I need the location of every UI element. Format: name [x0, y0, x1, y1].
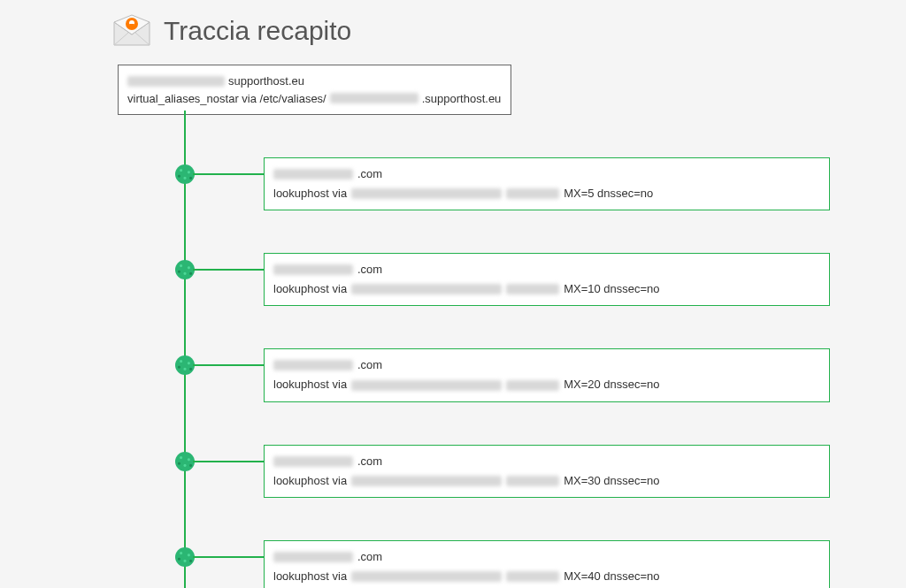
hop-connector-line	[193, 364, 264, 366]
page-header: Traccia recapito	[111, 13, 906, 49]
hop-connector-line	[193, 461, 264, 462]
trace-hop: .com lookuphost via MX=30 dnssec=no	[118, 445, 906, 498]
hop-lookup-prefix: lookuphost via	[273, 471, 347, 491]
trace-hop: .com lookuphost via MX=20 dnssec=no	[118, 348, 906, 401]
hop-address-suffix: .com	[357, 260, 382, 279]
hop-address-suffix: .com	[357, 547, 382, 567]
redacted-hop-ip	[506, 476, 559, 486]
hop-lookup-prefix: lookuphost via	[273, 375, 347, 394]
hop-address-suffix: .com	[357, 355, 382, 375]
hop-node-icon	[175, 547, 195, 567]
redacted-hop-host	[351, 284, 502, 294]
hop-mx-info: MX=40 dnssec=no	[564, 567, 659, 586]
trace-diagram: supporthost.eu virtual_aliases_nostar vi…	[118, 65, 906, 588]
hop-mx-info: MX=30 dnssec=no	[564, 471, 659, 491]
redacted-hop-host	[351, 380, 502, 391]
redacted-hop-address	[273, 169, 353, 179]
hop-node-icon	[175, 260, 195, 279]
hop-address-suffix: .com	[357, 452, 382, 471]
redacted-hop-ip	[506, 380, 559, 391]
hop-lookup-prefix: lookuphost via	[273, 567, 347, 586]
page-title: Traccia recapito	[164, 16, 351, 46]
hop-details-box: .com lookuphost via MX=10 dnssec=no	[264, 253, 830, 306]
hop-mx-info: MX=5 dnssec=no	[564, 184, 653, 203]
redacted-hop-ip	[506, 188, 559, 199]
trace-hop: .com lookuphost via MX=5 dnssec=no	[118, 157, 906, 210]
mail-trace-icon	[111, 13, 153, 49]
hop-connector-line	[193, 269, 264, 271]
hop-connector-line	[193, 173, 264, 175]
trace-hop: .com lookuphost via MX=40 dnssec=no	[118, 540, 906, 588]
root-resolution-prefix: virtual_aliases_nostar via /etc/valiases…	[127, 90, 326, 108]
root-resolution-suffix: .supporthost.eu	[422, 90, 502, 108]
hop-mx-info: MX=10 dnssec=no	[564, 279, 659, 299]
redacted-path	[330, 93, 418, 103]
redacted-hop-host	[351, 571, 502, 582]
trace-root-box: supporthost.eu virtual_aliases_nostar vi…	[118, 65, 511, 115]
hop-lookup-prefix: lookuphost via	[273, 279, 347, 299]
hop-connector-line	[193, 556, 264, 558]
redacted-hop-ip	[506, 571, 559, 582]
trace-hop: .com lookuphost via MX=10 dnssec=no	[118, 253, 906, 306]
redacted-hop-address	[273, 456, 353, 467]
hop-details-box: .com lookuphost via MX=5 dnssec=no	[264, 157, 830, 210]
redacted-hop-address	[273, 552, 353, 562]
redacted-hop-ip	[506, 284, 559, 294]
redacted-hop-host	[351, 476, 502, 486]
hop-mx-info: MX=20 dnssec=no	[564, 375, 659, 394]
redacted-address	[127, 76, 225, 87]
hop-address-suffix: .com	[357, 164, 382, 184]
redacted-hop-address	[273, 360, 353, 370]
hop-node-icon	[175, 452, 195, 471]
redacted-hop-host	[351, 188, 502, 199]
hop-node-icon	[175, 355, 195, 375]
root-address-suffix: supporthost.eu	[228, 73, 304, 90]
hop-details-box: .com lookuphost via MX=30 dnssec=no	[264, 445, 830, 498]
hop-lookup-prefix: lookuphost via	[273, 184, 347, 203]
hop-details-box: .com lookuphost via MX=20 dnssec=no	[264, 348, 830, 401]
hop-node-icon	[175, 164, 195, 184]
redacted-hop-address	[273, 264, 353, 275]
hop-details-box: .com lookuphost via MX=40 dnssec=no	[264, 540, 830, 588]
